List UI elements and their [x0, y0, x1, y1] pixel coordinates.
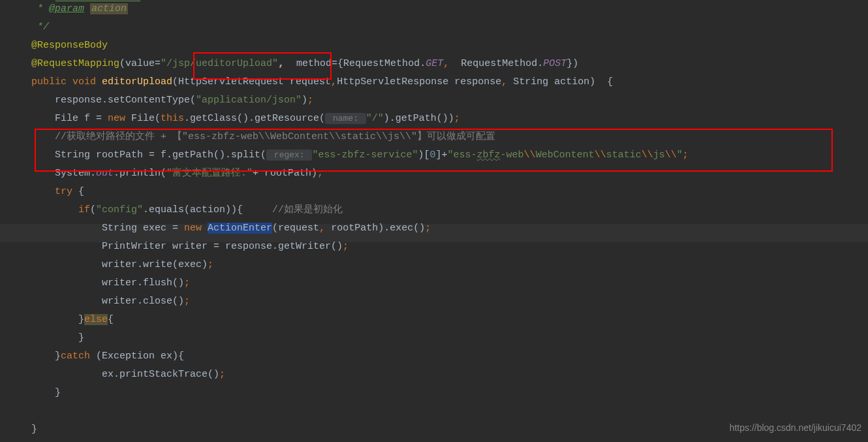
- code-line[interactable]: try {: [31, 183, 868, 201]
- top-underline-decoration: [55, 0, 140, 1]
- code-line[interactable]: writer.write(exec);: [31, 256, 868, 274]
- code-line[interactable]: @RequestMapping(value="/jsp/ueditorUploa…: [31, 55, 868, 73]
- code-line[interactable]: }else{: [31, 311, 868, 329]
- code-line[interactable]: System.out.println("富文本配置路径:"+ rootPath)…: [31, 165, 868, 183]
- code-line[interactable]: @ResponseBody: [31, 37, 868, 55]
- code-line[interactable]: }: [31, 329, 868, 347]
- code-line[interactable]: writer.flush();: [31, 274, 868, 292]
- code-line[interactable]: //获取绝对路径的文件 + 【"ess-zbfz-web\\WebContent…: [31, 128, 868, 146]
- code-line[interactable]: public void editorUpload(HttpServletRequ…: [31, 73, 868, 91]
- code-editor[interactable]: * @param action */ @ResponseBody @Reques…: [0, 0, 868, 439]
- code-line[interactable]: PrintWriter writer = response.getWriter(…: [31, 238, 868, 256]
- code-line[interactable]: }: [31, 384, 868, 402]
- code-line[interactable]: String rootPath = f.getPath().split( reg…: [31, 146, 868, 165]
- code-line[interactable]: * @param action: [31, 0, 868, 18]
- code-line[interactable]: [31, 402, 868, 420]
- code-line[interactable]: String exec = new ActionEnter(request, r…: [31, 219, 868, 238]
- code-line[interactable]: File f = new File(this.getClass().getRes…: [31, 110, 868, 128]
- code-line[interactable]: }catch (Exception ex){: [31, 347, 868, 366]
- code-line[interactable]: writer.close();: [31, 292, 868, 311]
- code-line[interactable]: ex.printStackTrace();: [31, 366, 868, 384]
- code-line[interactable]: */: [31, 18, 868, 37]
- watermark-text: https://blog.csdn.net/jikuicui7402: [730, 418, 861, 437]
- code-line[interactable]: response.setContentType("application/jso…: [31, 91, 868, 110]
- code-line[interactable]: if("config".equals(action)){ //如果是初始化: [31, 201, 868, 219]
